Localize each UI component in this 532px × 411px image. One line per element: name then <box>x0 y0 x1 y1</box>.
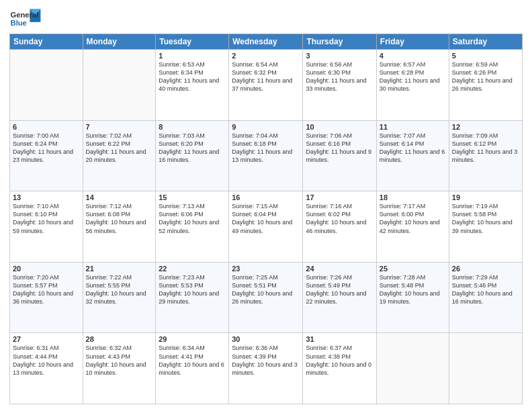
day-cell: 10Sunrise: 7:06 AM Sunset: 6:16 PM Dayli… <box>303 120 376 191</box>
day-number: 28 <box>86 335 153 343</box>
day-number: 14 <box>86 193 153 201</box>
day-number: 23 <box>232 265 300 273</box>
week-row-1: 1Sunrise: 6:53 AM Sunset: 6:34 PM Daylig… <box>10 50 523 121</box>
day-number: 22 <box>159 265 226 273</box>
day-info: Sunrise: 7:13 AM Sunset: 6:06 PM Dayligh… <box>159 202 226 235</box>
day-number: 6 <box>13 123 80 131</box>
weekday-friday: Friday <box>376 34 449 50</box>
weekday-wednesday: Wednesday <box>229 34 303 50</box>
day-info: Sunrise: 6:34 AM Sunset: 4:41 PM Dayligh… <box>159 344 226 377</box>
day-info: Sunrise: 7:07 AM Sunset: 6:14 PM Dayligh… <box>380 132 446 165</box>
day-cell: 18Sunrise: 7:17 AM Sunset: 6:00 PM Dayli… <box>376 191 449 263</box>
day-cell <box>83 50 156 121</box>
day-cell: 28Sunrise: 6:32 AM Sunset: 4:43 PM Dayli… <box>83 333 156 404</box>
day-number: 16 <box>232 193 300 201</box>
week-row-4: 20Sunrise: 7:20 AM Sunset: 5:57 PM Dayli… <box>10 262 523 333</box>
day-cell: 16Sunrise: 7:15 AM Sunset: 6:04 PM Dayli… <box>229 191 303 263</box>
page-header: General Blue <box>9 7 523 31</box>
day-cell: 1Sunrise: 6:53 AM Sunset: 6:34 PM Daylig… <box>156 50 229 121</box>
day-info: Sunrise: 7:09 AM Sunset: 6:12 PM Dayligh… <box>452 132 519 165</box>
day-cell: 19Sunrise: 7:19 AM Sunset: 5:58 PM Dayli… <box>449 191 522 263</box>
day-info: Sunrise: 6:32 AM Sunset: 4:43 PM Dayligh… <box>86 344 153 377</box>
day-number: 30 <box>232 335 300 343</box>
day-number: 26 <box>452 265 519 273</box>
day-cell: 27Sunrise: 6:31 AM Sunset: 4:44 PM Dayli… <box>10 333 83 404</box>
day-number: 7 <box>86 123 153 131</box>
day-cell: 20Sunrise: 7:20 AM Sunset: 5:57 PM Dayli… <box>10 262 83 333</box>
day-number: 25 <box>380 265 446 273</box>
day-info: Sunrise: 6:56 AM Sunset: 6:30 PM Dayligh… <box>306 60 373 93</box>
day-cell: 4Sunrise: 6:57 AM Sunset: 6:28 PM Daylig… <box>376 50 449 121</box>
day-cell: 13Sunrise: 7:10 AM Sunset: 6:10 PM Dayli… <box>10 191 83 263</box>
day-cell: 23Sunrise: 7:25 AM Sunset: 5:51 PM Dayli… <box>229 262 303 333</box>
day-info: Sunrise: 7:17 AM Sunset: 6:00 PM Dayligh… <box>380 202 446 235</box>
day-cell: 22Sunrise: 7:23 AM Sunset: 5:53 PM Dayli… <box>156 262 229 333</box>
day-number: 29 <box>159 335 226 343</box>
day-info: Sunrise: 7:28 AM Sunset: 5:48 PM Dayligh… <box>380 273 446 306</box>
week-row-5: 27Sunrise: 6:31 AM Sunset: 4:44 PM Dayli… <box>10 333 523 404</box>
weekday-thursday: Thursday <box>303 34 376 50</box>
day-info: Sunrise: 7:25 AM Sunset: 5:51 PM Dayligh… <box>232 273 300 306</box>
day-number: 27 <box>13 335 80 343</box>
day-info: Sunrise: 7:03 AM Sunset: 6:20 PM Dayligh… <box>159 132 226 165</box>
day-info: Sunrise: 6:59 AM Sunset: 6:26 PM Dayligh… <box>452 60 519 93</box>
day-cell: 26Sunrise: 7:29 AM Sunset: 5:46 PM Dayli… <box>449 262 522 333</box>
day-cell: 8Sunrise: 7:03 AM Sunset: 6:20 PM Daylig… <box>156 120 229 191</box>
weekday-saturday: Saturday <box>449 34 522 50</box>
day-cell <box>449 333 522 404</box>
day-number: 17 <box>306 193 373 201</box>
week-row-2: 6Sunrise: 7:00 AM Sunset: 6:24 PM Daylig… <box>10 120 523 191</box>
day-cell: 2Sunrise: 6:54 AM Sunset: 6:32 PM Daylig… <box>229 50 303 121</box>
day-info: Sunrise: 7:22 AM Sunset: 5:55 PM Dayligh… <box>86 273 153 306</box>
day-cell: 11Sunrise: 7:07 AM Sunset: 6:14 PM Dayli… <box>376 120 449 191</box>
day-cell: 30Sunrise: 6:36 AM Sunset: 4:39 PM Dayli… <box>229 333 303 404</box>
day-number: 11 <box>380 123 446 131</box>
day-number: 9 <box>232 123 300 131</box>
day-number: 1 <box>159 52 226 60</box>
day-cell: 15Sunrise: 7:13 AM Sunset: 6:06 PM Dayli… <box>156 191 229 263</box>
day-info: Sunrise: 6:36 AM Sunset: 4:39 PM Dayligh… <box>232 344 300 377</box>
day-info: Sunrise: 7:29 AM Sunset: 5:46 PM Dayligh… <box>452 273 519 306</box>
svg-text:Blue: Blue <box>11 19 27 27</box>
day-cell: 7Sunrise: 7:02 AM Sunset: 6:22 PM Daylig… <box>83 120 156 191</box>
day-cell: 21Sunrise: 7:22 AM Sunset: 5:55 PM Dayli… <box>83 262 156 333</box>
day-cell: 25Sunrise: 7:28 AM Sunset: 5:48 PM Dayli… <box>376 262 449 333</box>
logo: General Blue <box>9 7 42 31</box>
day-number: 20 <box>13 265 80 273</box>
day-cell: 31Sunrise: 6:37 AM Sunset: 4:38 PM Dayli… <box>303 333 376 404</box>
day-number: 13 <box>13 193 80 201</box>
day-info: Sunrise: 6:37 AM Sunset: 4:38 PM Dayligh… <box>306 344 373 377</box>
day-info: Sunrise: 7:04 AM Sunset: 6:18 PM Dayligh… <box>232 132 300 165</box>
day-number: 8 <box>159 123 226 131</box>
day-cell: 3Sunrise: 6:56 AM Sunset: 6:30 PM Daylig… <box>303 50 376 121</box>
day-number: 19 <box>452 193 519 201</box>
day-number: 18 <box>380 193 446 201</box>
day-number: 12 <box>452 123 519 131</box>
day-number: 21 <box>86 265 153 273</box>
day-number: 4 <box>380 52 446 60</box>
day-number: 31 <box>306 335 373 343</box>
logo-icon: General Blue <box>9 7 42 31</box>
day-cell: 17Sunrise: 7:16 AM Sunset: 6:02 PM Dayli… <box>303 191 376 263</box>
day-info: Sunrise: 7:20 AM Sunset: 5:57 PM Dayligh… <box>13 273 80 306</box>
day-info: Sunrise: 6:54 AM Sunset: 6:32 PM Dayligh… <box>232 60 300 93</box>
day-number: 10 <box>306 123 373 131</box>
day-cell: 24Sunrise: 7:26 AM Sunset: 5:49 PM Dayli… <box>303 262 376 333</box>
weekday-tuesday: Tuesday <box>156 34 229 50</box>
day-cell: 14Sunrise: 7:12 AM Sunset: 6:08 PM Dayli… <box>83 191 156 263</box>
day-cell: 12Sunrise: 7:09 AM Sunset: 6:12 PM Dayli… <box>449 120 522 191</box>
day-info: Sunrise: 7:10 AM Sunset: 6:10 PM Dayligh… <box>13 202 80 235</box>
day-info: Sunrise: 6:57 AM Sunset: 6:28 PM Dayligh… <box>380 60 446 93</box>
day-number: 3 <box>306 52 373 60</box>
day-info: Sunrise: 7:19 AM Sunset: 5:58 PM Dayligh… <box>452 202 519 235</box>
day-info: Sunrise: 7:26 AM Sunset: 5:49 PM Dayligh… <box>306 273 373 306</box>
day-info: Sunrise: 7:02 AM Sunset: 6:22 PM Dayligh… <box>86 132 153 165</box>
day-info: Sunrise: 7:00 AM Sunset: 6:24 PM Dayligh… <box>13 132 80 165</box>
day-cell: 29Sunrise: 6:34 AM Sunset: 4:41 PM Dayli… <box>156 333 229 404</box>
day-info: Sunrise: 7:16 AM Sunset: 6:02 PM Dayligh… <box>306 202 373 235</box>
day-cell: 6Sunrise: 7:00 AM Sunset: 6:24 PM Daylig… <box>10 120 83 191</box>
day-cell: 5Sunrise: 6:59 AM Sunset: 6:26 PM Daylig… <box>449 50 522 121</box>
weekday-sunday: Sunday <box>10 34 83 50</box>
day-info: Sunrise: 7:06 AM Sunset: 6:16 PM Dayligh… <box>306 132 373 165</box>
day-number: 15 <box>159 193 226 201</box>
